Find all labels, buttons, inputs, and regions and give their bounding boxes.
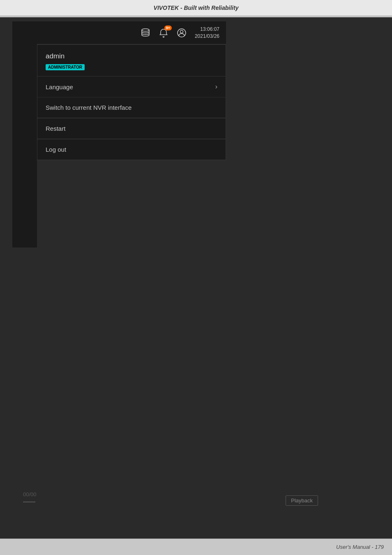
database-icon-btn[interactable] xyxy=(141,28,150,38)
profile-icon xyxy=(177,28,187,38)
switch-nvr-label: Switch to current NVR interface xyxy=(46,104,131,111)
notification-icon-btn[interactable]: 9+ xyxy=(159,28,168,38)
role-badge: ADMINISTRATOR xyxy=(46,64,85,70)
svg-point-2 xyxy=(180,30,183,33)
brand-title: VIVOTEK - Built with Reliability xyxy=(154,5,239,11)
footer-text: User's Manual - 179 xyxy=(336,544,384,550)
menu-item-logout[interactable]: Log out xyxy=(37,139,226,160)
menu-item-language[interactable]: Language › xyxy=(37,76,226,97)
left-sidebar xyxy=(12,21,37,247)
header-and-menu: 9+ 13:06:07 2021/03/26 admin ADMINI xyxy=(37,21,226,160)
datetime-display: 13:06:07 2021/03/26 xyxy=(195,26,219,40)
menu-item-switch-nvr[interactable]: Switch to current NVR interface xyxy=(37,97,226,118)
language-arrow-icon: › xyxy=(215,83,217,90)
header-bar: 9+ 13:06:07 2021/03/26 xyxy=(37,21,226,44)
notification-badge: 9+ xyxy=(164,25,172,30)
time-display: 13:06:07 xyxy=(195,26,219,33)
separator-line xyxy=(23,502,35,502)
user-section: admin ADMINISTRATOR xyxy=(37,45,226,76)
dropdown-menu: admin ADMINISTRATOR Language › Switch to… xyxy=(37,44,226,160)
date-display: 2021/03/26 xyxy=(195,33,219,40)
top-header: VIVOTEK - Built with Reliability xyxy=(0,0,392,16)
database-icon xyxy=(141,28,150,38)
svg-point-0 xyxy=(142,29,149,31)
playback-button[interactable]: Playback xyxy=(286,495,318,506)
profile-icon-btn[interactable] xyxy=(177,28,187,38)
bottom-footer: User's Manual - 179 xyxy=(0,539,392,555)
channel-count-label: 00/00 xyxy=(23,491,37,497)
restart-label: Restart xyxy=(46,125,65,132)
logout-label: Log out xyxy=(46,146,66,153)
language-label: Language xyxy=(46,83,73,90)
menu-item-restart[interactable]: Restart xyxy=(37,118,226,139)
main-area: 9+ 13:06:07 2021/03/26 admin ADMINI xyxy=(0,17,392,539)
username-label: admin xyxy=(46,52,217,60)
channel-counter: 00/00 xyxy=(23,491,37,497)
